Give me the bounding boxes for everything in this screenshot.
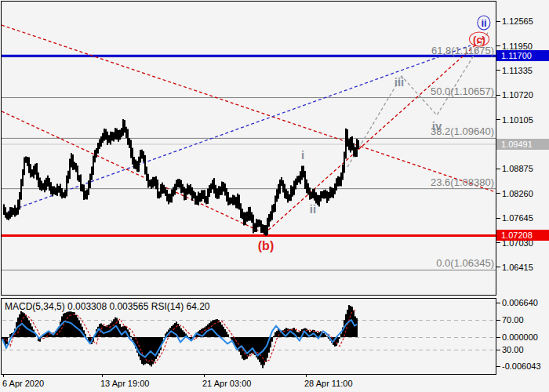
fib-label: 0.0(1.06345) [436, 257, 494, 269]
indicator-tick [496, 337, 500, 338]
fib-label: 61.8(1.11675) [431, 45, 494, 56]
chart-window: EURUSD,H1 MACD(5,34,5) 0.003308 0.003565… [0, 0, 549, 392]
price-tick-label: 1.11335 [502, 66, 533, 75]
highlighted-price-box: 1.09491 [496, 139, 549, 150]
wave-label: (c) [469, 32, 489, 47]
highlighted-price-box: 1.11700 [496, 50, 549, 61]
wave-label: i [301, 149, 304, 161]
indicator-tick-label: -0.006043 [502, 361, 541, 371]
time-tick [3, 374, 4, 377]
time-tick [102, 374, 103, 377]
price-tick [496, 218, 500, 219]
indicator-tick-label: 0.006640 [502, 298, 538, 307]
time-tick-label: 21 Apr 03:00 [202, 379, 251, 388]
fib-label: 23.6(1.08380) [431, 176, 494, 188]
indicator-tick [496, 366, 500, 367]
time-tick [204, 374, 205, 377]
wave-label: ii [310, 203, 316, 215]
indicator-label: MACD(5,34,5) 0.003308 0.003565 RSI(14) 6… [5, 301, 210, 312]
price-tick [496, 21, 500, 22]
time-tick-label: 6 Apr 2020 [2, 379, 44, 388]
price-tick [496, 267, 500, 267]
price-tick-label: 1.06415 [502, 263, 533, 272]
price-tick [496, 95, 500, 96]
indicator-tick [496, 303, 500, 303]
price-tick-label: 1.08875 [502, 164, 533, 173]
time-tick-label: 13 Apr 19:00 [100, 379, 149, 388]
price-tick [496, 45, 500, 46]
wave-label: iii [394, 76, 405, 88]
price-tick-label: 1.07645 [502, 213, 533, 223]
highlighted-price-box: 1.07208 [496, 230, 549, 241]
price-tick-label: 1.10105 [502, 115, 533, 125]
price-tick [496, 193, 500, 194]
indicator-tick-label: 70.00 [502, 315, 524, 325]
main-chart-plot[interactable] [1, 1, 497, 296]
price-tick-label: 1.08260 [502, 189, 533, 198]
time-tick-label: 28 Apr 11:00 [304, 379, 353, 388]
fib-label: 50.0(1.10657) [431, 85, 494, 97]
indicator-tick-label: 30.00 [502, 345, 524, 354]
price-tick [496, 70, 500, 71]
wave-label: iv [432, 120, 442, 132]
wave-label: (b) [258, 240, 274, 252]
price-tick-label: 1.12565 [502, 16, 533, 26]
price-tick [496, 242, 500, 243]
time-tick [306, 374, 307, 377]
indicator-tick [496, 320, 500, 321]
price-tick-label: 1.11950 [502, 42, 533, 51]
indicator-tick [496, 350, 500, 350]
price-tick [496, 119, 500, 120]
indicator-tick-label: 0.000000 [502, 332, 538, 342]
price-tick-label: 1.10720 [502, 90, 533, 100]
price-tick [496, 169, 500, 169]
